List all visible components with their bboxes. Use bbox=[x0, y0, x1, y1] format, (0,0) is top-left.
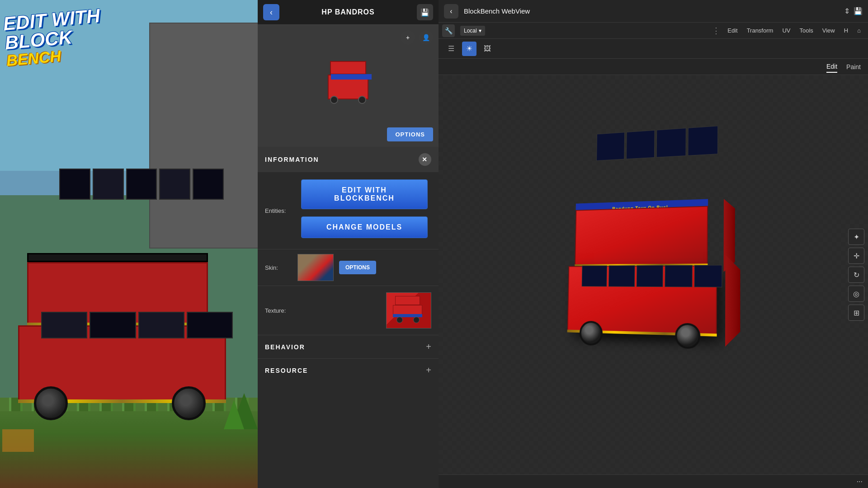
menu-view[interactable]: View bbox=[819, 25, 839, 36]
preview-icons: + 👤 bbox=[401, 30, 433, 45]
skin-row: Skin: OPTIONS bbox=[258, 249, 439, 286]
pixel-bus: Bandung Tour On Bus! bbox=[5, 258, 249, 438]
entities-label: Entities: bbox=[265, 207, 292, 214]
blockbench-side-toolbar: ✦ ✛ ↻ ◎ ⊞ bbox=[848, 229, 864, 321]
entity-icon-btn[interactable]: 👤 bbox=[419, 30, 433, 45]
menu-uv[interactable]: UV bbox=[778, 25, 794, 36]
menu-edit[interactable]: Edit bbox=[724, 25, 741, 36]
local-dropdown[interactable]: Local ▾ bbox=[460, 26, 485, 36]
entities-row: Entities: EDIT WITH BLOCKBENCH CHANGE MO… bbox=[258, 172, 439, 249]
texture-label: Texture: bbox=[265, 307, 292, 314]
blockbench-3d-viewport[interactable]: Bandung Tour On Bus! bbox=[439, 75, 868, 474]
image-icon-btn[interactable]: 🖼 bbox=[480, 42, 495, 56]
bb-bus-upper-windows bbox=[594, 123, 721, 164]
information-header: INFORMATION ✕ bbox=[258, 147, 439, 172]
sun-icon: ☀ bbox=[466, 44, 472, 53]
tool-icon: 🔧 bbox=[445, 27, 453, 34]
back-button[interactable]: ‹ bbox=[263, 4, 279, 20]
entity-editor-panel: ‹ HP BANDROS 💾 + 👤 bbox=[258, 0, 439, 488]
close-icon: ✕ bbox=[422, 156, 428, 163]
bottom-dots[interactable]: ··· bbox=[857, 478, 863, 486]
behavior-section: BEHAVIOR + bbox=[258, 335, 439, 358]
bus-preview-wheel-left bbox=[330, 96, 338, 104]
menu-h[interactable]: H bbox=[840, 25, 852, 36]
menu-tools[interactable]: Tools bbox=[796, 25, 816, 36]
bus-window bbox=[59, 169, 90, 200]
entity-bus-preview bbox=[326, 68, 371, 104]
move-icon: ✛ bbox=[854, 252, 859, 260]
change-models-button[interactable]: CHANGE MODELS bbox=[301, 216, 428, 238]
scale-tool[interactable]: ⊞ bbox=[848, 305, 864, 321]
texture-preview-image bbox=[386, 292, 431, 328]
options-button[interactable]: OPTIONS bbox=[387, 127, 433, 141]
menu-transform[interactable]: Transform bbox=[743, 25, 777, 36]
information-panel: INFORMATION ✕ Entities: EDIT WITH BLOCKB… bbox=[258, 147, 439, 488]
close-button[interactable]: ✕ bbox=[419, 153, 431, 166]
bus-upper-roof bbox=[27, 253, 208, 262]
resource-title: RESOURCE bbox=[265, 367, 308, 374]
entity-preview-area: + 👤 OPTIONS bbox=[258, 25, 439, 147]
sort-icon[interactable]: ⇕ bbox=[844, 7, 850, 15]
bus-window bbox=[93, 169, 124, 200]
dropdown-arrow: ▾ bbox=[479, 28, 481, 34]
resource-add-button[interactable]: + bbox=[426, 365, 431, 375]
bb-bus-window bbox=[694, 265, 722, 287]
bus-window bbox=[187, 312, 233, 338]
save-button[interactable]: 💾 bbox=[417, 4, 433, 20]
edit-with-blockbench-badge: EDIT WITH BLOCK BENCH bbox=[2, 4, 133, 69]
blockbench-view-tabs: Edit Paint bbox=[439, 59, 868, 75]
bb-bus-window bbox=[609, 265, 635, 287]
scale-icon: ⊞ bbox=[854, 309, 859, 317]
tab-edit[interactable]: Edit bbox=[826, 61, 837, 73]
sun-icon-btn[interactable]: ☀ bbox=[462, 42, 476, 56]
minecraft-building bbox=[149, 23, 258, 249]
bus-preview-top bbox=[330, 61, 366, 75]
rotate-icon: ↻ bbox=[854, 271, 859, 279]
bb-bus-upper-body bbox=[575, 206, 708, 266]
bus-preview-banner bbox=[331, 74, 372, 80]
add-icon-btn[interactable]: + bbox=[401, 30, 415, 45]
bus-upper-windows bbox=[56, 165, 227, 203]
minecraft-screenshot-panel: Bandung Tour On Bus! bbox=[0, 0, 258, 488]
local-label: Local bbox=[464, 28, 477, 34]
texture-row: Texture: bbox=[258, 286, 439, 335]
bb-bus-window bbox=[626, 130, 655, 160]
blockbench-back-button[interactable]: ‹ bbox=[444, 4, 458, 19]
behavior-add-button[interactable]: + bbox=[426, 342, 431, 352]
plus-icon: + bbox=[406, 34, 410, 41]
rotate-tool[interactable]: ↻ bbox=[848, 267, 864, 283]
entity-editor-header: ‹ HP BANDROS 💾 bbox=[258, 0, 439, 25]
home-icon[interactable]: ⌂ bbox=[854, 25, 864, 36]
blockbench-bus-3d-model: Bandung Tour On Bus! bbox=[559, 190, 755, 361]
bus-wheel-left bbox=[34, 386, 68, 420]
tab-paint[interactable]: Paint bbox=[846, 61, 861, 72]
bus-window bbox=[193, 169, 224, 200]
blockbench-bottom-bar: ··· bbox=[439, 474, 868, 488]
bus-preview-wheel-right bbox=[358, 96, 366, 104]
save-icon: 💾 bbox=[420, 8, 429, 17]
bb-bus-wheel-left bbox=[579, 321, 603, 346]
options-bar: OPTIONS bbox=[387, 127, 433, 141]
blockbench-toolbar: ☰ ☀ 🖼 bbox=[439, 39, 868, 59]
skin-options-button[interactable]: OPTIONS bbox=[339, 261, 376, 274]
bb-bus-window bbox=[596, 132, 624, 161]
blockbench-title: BlockBench WebView bbox=[464, 7, 839, 15]
menu-icon-btn[interactable]: ☰ bbox=[444, 42, 458, 56]
menu-separator: ⋮ bbox=[710, 26, 722, 36]
blockbench-header-icons: ⇕ 💾 bbox=[844, 7, 863, 15]
bb-bus-wheel-right bbox=[675, 323, 700, 349]
center-tool[interactable]: ◎ bbox=[848, 286, 864, 302]
blockbench-tool-icon[interactable]: 🔧 bbox=[442, 24, 455, 37]
information-title: INFORMATION bbox=[265, 156, 319, 163]
entity-icon: 👤 bbox=[422, 34, 430, 41]
image-icon: 🖼 bbox=[484, 45, 491, 53]
cursor-tool[interactable]: ✦ bbox=[848, 229, 864, 245]
blockbench-webview-panel: ‹ BlockBench WebView ⇕ 💾 🔧 Local ▾ ⋮ Edi… bbox=[439, 0, 868, 488]
move-tool[interactable]: ✛ bbox=[848, 248, 864, 264]
bb-save-icon[interactable]: 💾 bbox=[854, 7, 863, 15]
bb-bus-window bbox=[688, 126, 718, 156]
edit-with-blockbench-button[interactable]: EDIT WITH BLOCKBENCH bbox=[301, 179, 428, 209]
blockbench-header: ‹ BlockBench WebView ⇕ 💾 bbox=[439, 0, 868, 23]
bb-bus-window bbox=[637, 265, 663, 287]
behavior-title: BEHAVIOR bbox=[265, 343, 305, 351]
